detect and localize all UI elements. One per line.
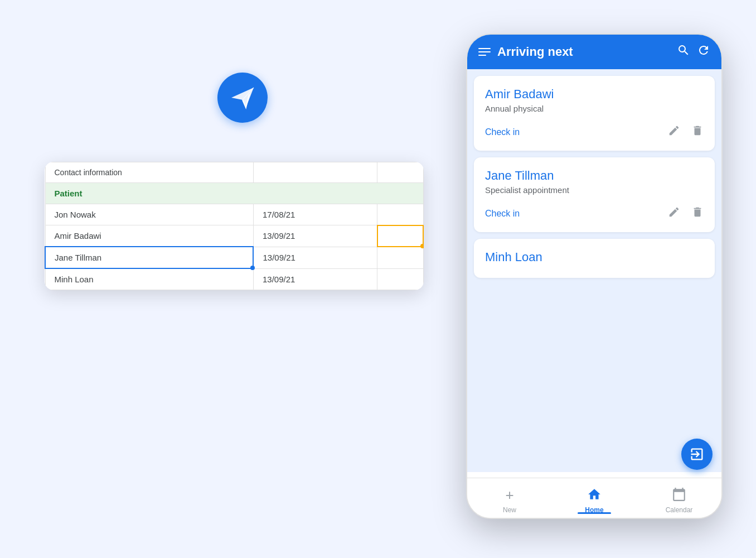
spreadsheet-card: Contact information Patient Jon Nowak 17…: [45, 162, 424, 290]
patient-3-name: Minh Loan: [485, 250, 704, 264]
patient-row-2-name: Amir Badawi: [45, 225, 253, 247]
menu-icon[interactable]: [478, 48, 491, 56]
nav-item-home[interactable]: Home: [552, 483, 637, 514]
nav-new-icon: +: [505, 487, 513, 504]
nav-item-new[interactable]: + New: [467, 482, 552, 514]
patient-1-delete-icon[interactable]: [691, 124, 704, 140]
nav-calendar-label: Calendar: [666, 506, 693, 514]
patient-row-1-extra: [377, 204, 423, 225]
phone-mockup: Arriving next Amir Badawi Annual physica…: [466, 33, 723, 519]
patient-2-name: Jane Tillman: [485, 169, 704, 183]
nav-home-icon: [587, 487, 602, 504]
phone-title: Arriving next: [497, 45, 670, 59]
contact-info-header: Contact information: [45, 162, 253, 183]
search-icon[interactable]: [677, 44, 690, 60]
patient-row-3-name-selected[interactable]: Jane Tillman: [45, 247, 253, 268]
nav-calendar-icon: [672, 487, 686, 504]
patient-1-name: Amir Badawi: [485, 87, 704, 102]
phone-list: Amir Badawi Annual physical Check in: [467, 69, 721, 472]
patient-2-type: Specialist appointment: [485, 185, 704, 195]
bottom-nav: + New Home Calendar: [467, 478, 721, 518]
refresh-icon[interactable]: [697, 44, 710, 60]
nav-item-calendar[interactable]: Calendar: [637, 483, 721, 514]
patient-row-4-name: Minh Loan: [45, 268, 253, 290]
fab-checkin-button[interactable]: [681, 439, 713, 470]
patient-row-3-extra: [377, 247, 423, 268]
patient-row-3-date: 13/09/21: [253, 247, 377, 268]
phone-header: Arriving next: [467, 35, 721, 69]
patient-2-checkin[interactable]: Check in: [485, 209, 520, 219]
patient-row-1-name: Jon Nowak: [45, 204, 253, 225]
patient-card-2: Jane Tillman Specialist appointment Chec…: [474, 157, 715, 232]
app-logo: [217, 73, 268, 123]
patient-row-1-date: 17/08/21: [253, 204, 377, 225]
nav-new-label: New: [503, 506, 516, 514]
yellow-dot: [420, 244, 424, 248]
patient-1-edit-icon[interactable]: [668, 124, 680, 140]
patient-1-checkin[interactable]: Check in: [485, 127, 520, 137]
patient-row-4-extra: [377, 268, 423, 290]
patient-card-3-partial: Minh Loan: [474, 239, 715, 278]
patient-row-2-date: 13/09/21: [253, 225, 377, 247]
patient-card-1: Amir Badawi Annual physical Check in: [474, 76, 715, 151]
nav-active-bar: [578, 512, 611, 514]
patient-1-type: Annual physical: [485, 104, 704, 113]
patient-2-delete-icon[interactable]: [691, 206, 704, 221]
patient-row-4-date: 13/09/21: [253, 268, 377, 290]
patient-2-edit-icon[interactable]: [668, 206, 680, 221]
patient-row-2-extra[interactable]: [377, 225, 423, 247]
section-label: Patient: [45, 183, 423, 204]
